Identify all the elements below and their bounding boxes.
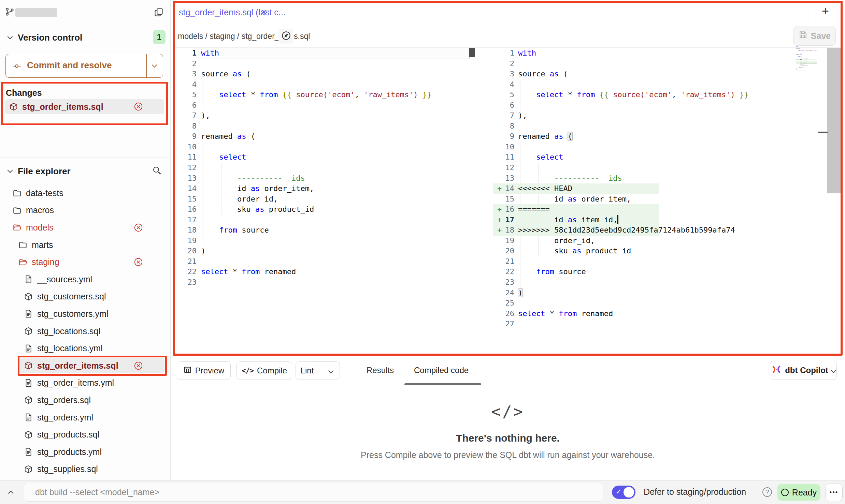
tab-stg-order-items[interactable]: stg_order_items.sql (last c... xyxy=(179,8,286,17)
code-line: 3source as ( xyxy=(493,69,659,79)
discard-change-icon[interactable] xyxy=(134,102,143,113)
version-control-badge: 1 xyxy=(153,30,166,44)
file-row-label: marts xyxy=(32,240,53,250)
file-row-stg-products-sql[interactable]: stg_products.sql xyxy=(0,426,171,443)
file-row--sources-yml[interactable]: __sources.yml xyxy=(0,271,171,288)
file-row-label: stg_locations.sql xyxy=(37,326,100,336)
close-icon[interactable]: × xyxy=(261,6,267,18)
save-icon xyxy=(799,30,807,41)
file-row-label: staging xyxy=(32,257,59,267)
expand-panel-icon[interactable] xyxy=(8,491,14,496)
divider xyxy=(272,24,845,24)
code-line: 21 xyxy=(493,256,659,267)
chevron-down-icon[interactable] xyxy=(152,62,157,68)
file-icon xyxy=(24,413,33,422)
compile-button[interactable]: </> Compile xyxy=(237,361,292,380)
discard-change-icon[interactable] xyxy=(134,223,143,234)
preview-table-icon xyxy=(183,366,192,376)
file-row-stg-customers-sql[interactable]: stg_customers.sql xyxy=(0,288,171,306)
code-line: 19 order_id, xyxy=(493,236,659,246)
model-icon xyxy=(24,465,33,474)
commit-icon xyxy=(12,61,22,72)
defer-toggle[interactable]: ✓ xyxy=(612,486,635,499)
file-icon xyxy=(24,275,33,284)
search-icon[interactable] xyxy=(153,167,159,173)
code-line: 11 select xyxy=(174,152,468,163)
lint-button[interactable]: Lint xyxy=(296,361,340,380)
commit-button-label: Commit and resolve xyxy=(27,60,112,71)
save-button[interactable]: Save xyxy=(793,26,836,46)
dbt-copilot-button[interactable]: dbt Copilot xyxy=(770,361,837,380)
code-line: 6 xyxy=(174,100,468,111)
check-icon: ✓ xyxy=(616,488,622,496)
divider xyxy=(0,24,171,24)
command-placeholder: dbt build --select <model_name> xyxy=(35,487,159,497)
file-row-staging[interactable]: staging xyxy=(0,253,171,271)
copy-icon[interactable] xyxy=(154,8,163,18)
changes-item[interactable]: stg_order_items.sql xyxy=(5,99,164,114)
file-row-label: stg_order_items.yml xyxy=(37,378,114,388)
scrollbar-track[interactable] xyxy=(827,48,842,193)
minimap[interactable]: 1with23source as (45 select * from {{ so… xyxy=(796,46,817,74)
chevron-down-icon[interactable] xyxy=(8,34,13,40)
code-line: 10 xyxy=(174,142,468,152)
file-row-stg-products-yml[interactable]: stg_products.yml xyxy=(0,443,171,461)
code-line: +18>>>>>>> 58c1dd23d5eebd9cd2495fa7124ab… xyxy=(493,225,659,236)
file-icon xyxy=(24,309,33,318)
code-line: 12 xyxy=(493,163,659,173)
file-explorer-header[interactable]: File explorer xyxy=(18,166,71,177)
code-line: 7), xyxy=(493,110,659,121)
code-line: 18 from source xyxy=(174,225,468,236)
discard-change-icon[interactable] xyxy=(134,257,143,269)
file-row-models[interactable]: models xyxy=(0,219,171,236)
file-row-macros[interactable]: macros xyxy=(0,202,171,219)
file-row-label: stg_order_items.sql xyxy=(37,361,118,371)
new-tab-button[interactable]: + xyxy=(822,4,829,18)
command-input[interactable]: dbt build --select <model_name> xyxy=(24,483,603,502)
changes-heading: Changes xyxy=(6,88,42,98)
code-line: 21 xyxy=(174,256,468,267)
file-row-stg-orders-sql[interactable]: stg_orders.sql xyxy=(0,391,171,409)
code-line: 15 order_id, xyxy=(174,194,468,205)
discard-change-icon[interactable] xyxy=(134,361,143,372)
commit-and-resolve-button[interactable]: Commit and resolve xyxy=(5,54,163,78)
file-row-label: stg_customers.sql xyxy=(37,292,106,301)
file-row-stg-supplies-sql[interactable]: stg_supplies.sql xyxy=(0,461,171,478)
file-row-stg-customers-yml[interactable]: stg_customers.yml xyxy=(0,305,171,323)
editor-pane-right[interactable]: 1with23source as (45 select * from {{ so… xyxy=(493,48,659,329)
ready-label: Ready xyxy=(792,488,817,498)
status-circle-icon xyxy=(781,489,789,496)
code-line: 24) xyxy=(493,288,659,298)
help-icon[interactable]: ? xyxy=(762,487,772,497)
code-line: 19 xyxy=(174,236,468,246)
tab-compiled-code[interactable]: Compiled code xyxy=(414,366,469,375)
chevron-down-icon[interactable] xyxy=(8,168,13,173)
preview-button[interactable]: Preview xyxy=(177,361,231,380)
scrollbar-thumb[interactable] xyxy=(469,48,475,57)
file-row-stg-order-items-sql[interactable]: stg_order_items.sql xyxy=(0,357,171,374)
file-row-marts[interactable]: marts xyxy=(0,236,171,254)
lineage-button[interactable] xyxy=(278,29,293,44)
lint-button-label: Lint xyxy=(296,366,318,375)
file-row-stg-locations-yml[interactable]: stg_locations.yml xyxy=(0,340,171,357)
code-line: 2 xyxy=(174,59,468,69)
code-line: 2 xyxy=(493,59,659,69)
lineage-icon xyxy=(281,31,291,42)
file-row-stg-order-items-yml[interactable]: stg_order_items.yml xyxy=(0,374,171,392)
dbt-copilot-label: dbt Copilot xyxy=(785,366,828,375)
file-row-label: stg_supplies.sql xyxy=(37,464,98,474)
scrollbar-thumb[interactable] xyxy=(818,132,828,133)
file-row-stg-orders-yml[interactable]: stg_orders.yml xyxy=(0,409,171,426)
ready-status-badge[interactable]: Ready xyxy=(777,484,820,501)
model-icon xyxy=(24,396,33,404)
tab-results[interactable]: Results xyxy=(367,366,394,375)
pane-splitter[interactable] xyxy=(476,25,476,356)
file-row-stg-locations-sql[interactable]: stg_locations.sql xyxy=(0,323,171,340)
file-row-data-tests[interactable]: data-tests xyxy=(0,184,171,202)
editor-pane-left[interactable]: 1with23source as (45 select * from {{ so… xyxy=(174,48,468,288)
code-line: 26select * from renamed xyxy=(493,309,659,319)
lint-dropdown[interactable] xyxy=(322,362,340,380)
dbt-ide-window: Version control 1 Commit and resolve Cha… xyxy=(0,0,845,504)
version-control-header[interactable]: Version control xyxy=(18,32,82,43)
more-options-button[interactable]: ••• xyxy=(825,484,843,501)
